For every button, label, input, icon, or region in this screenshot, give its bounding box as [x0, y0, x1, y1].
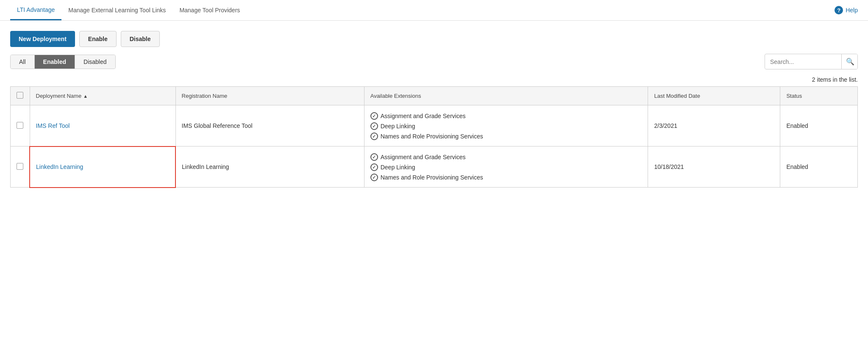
- table-row: IMS Ref ToolIMS Global Reference ToolAss…: [11, 105, 858, 146]
- row-1-checkbox-cell: [11, 105, 30, 146]
- new-deployment-button[interactable]: New Deployment: [10, 31, 75, 47]
- row-2-checkbox-cell: [11, 146, 30, 188]
- help-label: Help: [846, 7, 858, 14]
- table-row: LinkedIn LearningLinkedIn LearningAssign…: [11, 146, 858, 188]
- row-2-status: Enabled: [780, 146, 858, 188]
- extension-item: Assignment and Grade Services: [370, 112, 642, 120]
- th-registration-name: Registration Name: [175, 87, 364, 105]
- main-content: New Deployment Enable Disable All Enable…: [0, 21, 868, 198]
- tab-manage-external[interactable]: Manage External Learning Tool Links: [61, 1, 172, 19]
- filter-tabs: All Enabled Disabled: [10, 55, 116, 69]
- extension-label: Assignment and Grade Services: [381, 154, 466, 160]
- table-header-row: Deployment Name ▲ Registration Name Avai…: [11, 87, 858, 105]
- row-1-last-modified: 2/3/2021: [648, 105, 780, 146]
- extension-label: Names and Role Provisioning Services: [381, 174, 483, 181]
- extension-label: Deep Linking: [381, 164, 415, 171]
- extension-item: Deep Linking: [370, 163, 642, 171]
- extension-item: Names and Role Provisioning Services: [370, 174, 642, 181]
- sort-arrow-icon: ▲: [83, 94, 88, 99]
- row-2-registration-name: LinkedIn Learning: [175, 146, 364, 188]
- check-circle-icon: [370, 163, 378, 171]
- extension-item: Names and Role Provisioning Services: [370, 133, 642, 140]
- extension-label: Names and Role Provisioning Services: [381, 133, 483, 140]
- row-1-registration-name: IMS Global Reference Tool: [175, 105, 364, 146]
- extension-item: Deep Linking: [370, 122, 642, 130]
- filter-row: All Enabled Disabled 🔍: [10, 54, 858, 69]
- th-last-modified: Last Modified Date: [648, 87, 780, 105]
- enable-button[interactable]: Enable: [79, 31, 117, 47]
- row-2-extensions: Assignment and Grade ServicesDeep Linkin…: [364, 146, 648, 188]
- row-1-checkbox[interactable]: [17, 122, 23, 129]
- row-2-last-modified: 10/18/2021: [648, 146, 780, 188]
- data-table: Deployment Name ▲ Registration Name Avai…: [10, 86, 858, 188]
- row-1-deployment-name-link[interactable]: IMS Ref Tool: [36, 122, 70, 129]
- row-2-deployment-name-link[interactable]: LinkedIn Learning: [36, 163, 83, 170]
- items-count-text: 2 items in the list.: [812, 76, 858, 83]
- help-button[interactable]: ? Help: [835, 0, 858, 20]
- top-navigation: LTI Advantage Manage External Learning T…: [0, 0, 868, 21]
- tab-lti-advantage[interactable]: LTI Advantage: [10, 0, 61, 20]
- check-circle-icon: [370, 174, 378, 181]
- row-1-extensions: Assignment and Grade ServicesDeep Linkin…: [364, 105, 648, 146]
- action-buttons-row: New Deployment Enable Disable: [10, 31, 858, 47]
- th-available-extensions: Available Extensions: [364, 87, 648, 105]
- extension-item: Assignment and Grade Services: [370, 153, 642, 161]
- row-1-deployment-name-cell: IMS Ref Tool: [30, 105, 175, 146]
- th-deployment-name[interactable]: Deployment Name ▲: [30, 87, 175, 105]
- check-circle-icon: [370, 122, 378, 130]
- row-2-checkbox[interactable]: [17, 163, 23, 170]
- row-1-status: Enabled: [780, 105, 858, 146]
- filter-enabled[interactable]: Enabled: [35, 55, 75, 69]
- search-button[interactable]: 🔍: [841, 54, 858, 69]
- th-status: Status: [780, 87, 858, 105]
- select-all-checkbox[interactable]: [17, 92, 23, 99]
- check-circle-icon: [370, 133, 378, 140]
- extension-label: Deep Linking: [381, 123, 415, 130]
- row-2-deployment-name-cell: LinkedIn Learning: [30, 146, 175, 188]
- disable-button[interactable]: Disable: [121, 31, 160, 47]
- search-input[interactable]: [765, 55, 841, 69]
- search-box: 🔍: [765, 54, 858, 69]
- filter-all[interactable]: All: [11, 55, 35, 69]
- check-circle-icon: [370, 112, 378, 120]
- check-circle-icon: [370, 153, 378, 161]
- th-checkbox: [11, 87, 30, 105]
- help-icon: ?: [835, 6, 843, 14]
- tab-manage-providers[interactable]: Manage Tool Providers: [172, 1, 247, 19]
- filter-disabled[interactable]: Disabled: [75, 55, 115, 69]
- extension-label: Assignment and Grade Services: [381, 113, 466, 119]
- items-count: 2 items in the list.: [10, 76, 858, 83]
